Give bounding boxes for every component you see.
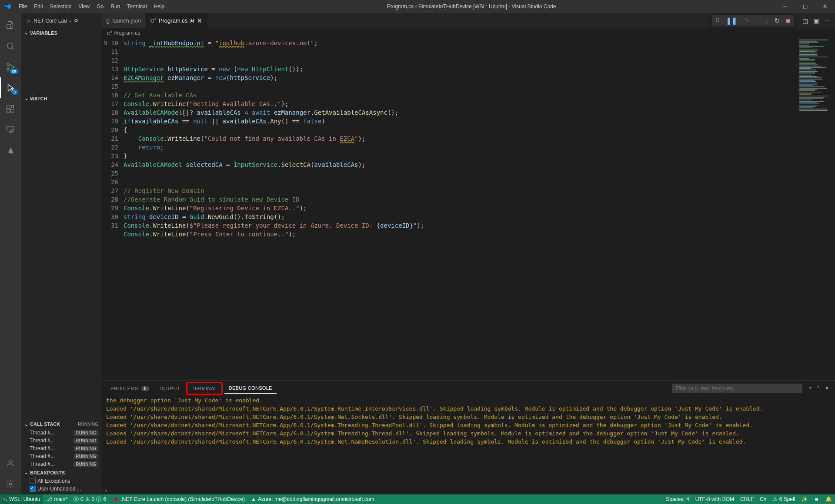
step-out-icon[interactable]: ↑ <box>765 17 768 25</box>
error-icon: ⓧ <box>73 496 79 503</box>
extensions-icon[interactable] <box>0 98 21 119</box>
watch-section[interactable]: ⌄WATCH <box>21 94 102 103</box>
scm-badge: 20 <box>10 69 18 74</box>
status-spell[interactable]: ⚠6 Spell <box>770 494 798 504</box>
status-problems[interactable]: ⓧ0 ⚠0 ⓘ6 <box>70 494 109 504</box>
code-editor[interactable]: 9 10 11 12 13 14 15 16 17 18 19 20 21 22… <box>102 38 835 381</box>
drag-handle-icon[interactable]: ⠿ <box>715 17 720 24</box>
menu-terminal[interactable]: Terminal <box>124 0 150 13</box>
checkbox-icon[interactable] <box>30 486 36 492</box>
panel-filter-input[interactable] <box>672 384 802 393</box>
menu-edit[interactable]: Edit <box>30 0 47 13</box>
panel-maximize-icon[interactable]: ⌃ <box>815 385 822 391</box>
panel-close-icon[interactable]: ✕ <box>823 385 831 391</box>
branch-icon: ⎇ <box>46 496 52 502</box>
json-file-icon: {} <box>106 17 110 24</box>
azure-icon[interactable] <box>0 140 21 161</box>
breakpoint-row[interactable]: All Exceptions <box>21 477 102 485</box>
menu-file[interactable]: File <box>15 0 30 13</box>
callstack-section[interactable]: ⌄CALL STACK RUNNING <box>21 420 102 429</box>
thread-row[interactable]: Thread #...RUNNING <box>21 437 102 444</box>
filter-settings-icon[interactable]: ≡ <box>807 385 813 391</box>
status-azure[interactable]: ▲ Azure: me@codingflamingogmail.onmicros… <box>248 494 377 504</box>
start-debug-icon[interactable]: ▷ <box>27 18 30 23</box>
stop-icon[interactable]: ■ <box>786 17 790 25</box>
svg-rect-7 <box>11 109 14 112</box>
pause-icon[interactable]: ❚❚ <box>726 17 737 25</box>
thread-row[interactable]: Thread #...RUNNING <box>21 460 102 468</box>
menu-selection[interactable]: Selection <box>47 0 75 13</box>
run-debug-icon[interactable]: 1 <box>0 77 21 98</box>
split-editor-icon[interactable]: ◫ <box>802 17 808 24</box>
chevron-down-icon: ⌄ <box>24 96 28 101</box>
status-eol[interactable]: CRLF <box>737 494 757 504</box>
chevron-down-icon: ⌄ <box>24 421 28 427</box>
svg-point-1 <box>7 63 9 66</box>
settings-icon[interactable]: ⚙ <box>74 18 78 23</box>
svg-point-10 <box>12 129 14 132</box>
svg-point-12 <box>9 483 12 485</box>
menu-help[interactable]: Help <box>150 0 168 13</box>
restart-icon[interactable]: ↻ <box>774 17 780 25</box>
tab-program-cs[interactable]: C♯ Program.cs M ✕ <box>146 13 207 28</box>
debug-console-output[interactable]: the debugger option 'Just My Code' is en… <box>102 395 835 486</box>
git-branch[interactable]: ⎇ main* <box>43 494 70 504</box>
close-tab-icon[interactable]: ✕ <box>197 17 202 24</box>
svg-rect-8 <box>11 106 14 108</box>
explorer-icon[interactable] <box>0 15 21 36</box>
titlebar: FileEditSelectionViewGoRunTerminalHelp P… <box>0 0 835 13</box>
debug-config-dropdown[interactable]: .NET Core Lau <box>32 18 67 24</box>
menu-view[interactable]: View <box>75 0 93 13</box>
warning-icon: ⚠ <box>85 496 90 502</box>
panel-tab-output[interactable]: OUTPUT <box>155 383 184 394</box>
thread-row[interactable]: Thread #...RUNNING <box>21 444 102 452</box>
warning-icon: ⚠ <box>773 496 778 502</box>
step-into-icon[interactable]: ↓ <box>755 17 758 25</box>
repl-chevron-icon[interactable]: › <box>105 487 107 494</box>
chevron-down-icon: ⌄ <box>24 470 28 475</box>
breakpoint-row[interactable]: User-Unhandled ... <box>21 485 102 493</box>
remote-explorer-icon[interactable] <box>0 119 21 140</box>
chevron-down-icon[interactable]: ⌄ <box>69 18 72 23</box>
status-prettier-icon[interactable]: ✨ <box>798 494 811 504</box>
panel-tab-terminal[interactable]: TERMINAL <box>186 382 223 395</box>
vscode-logo-icon <box>0 3 15 10</box>
window-maximize-button[interactable]: ▢ <box>795 0 815 13</box>
accounts-icon[interactable] <box>0 453 21 474</box>
checkbox-icon[interactable] <box>30 478 36 484</box>
debug-sidebar: ▷ .NET Core Lau ⌄ ⚙ ⌄VARIABLES ⌄WATCH ⌄C… <box>21 13 102 494</box>
more-actions-icon[interactable]: ⋯ <box>824 17 830 24</box>
thread-row[interactable]: Thread #...RUNNING <box>21 452 102 460</box>
source-control-icon[interactable]: 20 <box>0 56 21 77</box>
window-minimize-button[interactable]: ─ <box>775 0 795 13</box>
settings-gear-icon[interactable] <box>0 474 21 494</box>
menu-go[interactable]: Go <box>93 0 107 13</box>
tab-launch-json[interactable]: {} launch.json <box>102 13 146 28</box>
status-bar: ⇋ WSL: Ubuntu ⎇ main* ⓧ0 ⚠0 ⓘ6 🐞 .NET Co… <box>0 494 835 504</box>
panel-tab-problems[interactable]: PROBLEMS 6 <box>106 383 154 394</box>
editor-tab-bar: {} launch.json C♯ Program.cs M ✕ ⠿ ❚❚ ↷ … <box>102 13 835 28</box>
window-title: Program.cs - SimulateIoTHubDevice [WSL: … <box>168 3 775 10</box>
svg-point-11 <box>9 460 12 463</box>
status-debug-config[interactable]: 🐞 .NET Core Launch (console) (SimulateIo… <box>109 494 248 504</box>
search-icon[interactable] <box>0 36 21 56</box>
remote-icon: ⇋ <box>3 496 7 502</box>
status-feedback-icon[interactable]: ☻ <box>811 494 822 504</box>
remote-indicator[interactable]: ⇋ WSL: Ubuntu <box>0 494 43 504</box>
variables-section[interactable]: ⌄VARIABLES <box>21 28 102 37</box>
window-close-button[interactable]: ✕ <box>815 0 835 13</box>
debug-badge: 1 <box>12 90 18 95</box>
step-over-icon[interactable]: ↷ <box>743 17 749 25</box>
menu-run[interactable]: Run <box>107 0 124 13</box>
status-language[interactable]: C# <box>757 494 769 504</box>
status-bell-icon[interactable]: 🔔 <box>822 494 835 504</box>
toggle-panel-icon[interactable]: ▣ <box>813 17 819 24</box>
chevron-down-icon: ⌄ <box>24 30 28 36</box>
thread-row[interactable]: Thread #...RUNNING <box>21 429 102 437</box>
breadcrumb[interactable]: C♯ Program.cs <box>102 28 835 38</box>
minimap[interactable] <box>797 38 835 381</box>
status-encoding[interactable]: UTF-8 with BOM <box>692 494 737 504</box>
panel-tab-debug-console[interactable]: DEBUG CONSOLE <box>224 383 277 394</box>
status-spaces[interactable]: Spaces: 4 <box>663 494 692 504</box>
breakpoints-section[interactable]: ⌄BREAKPOINTS <box>21 468 102 477</box>
